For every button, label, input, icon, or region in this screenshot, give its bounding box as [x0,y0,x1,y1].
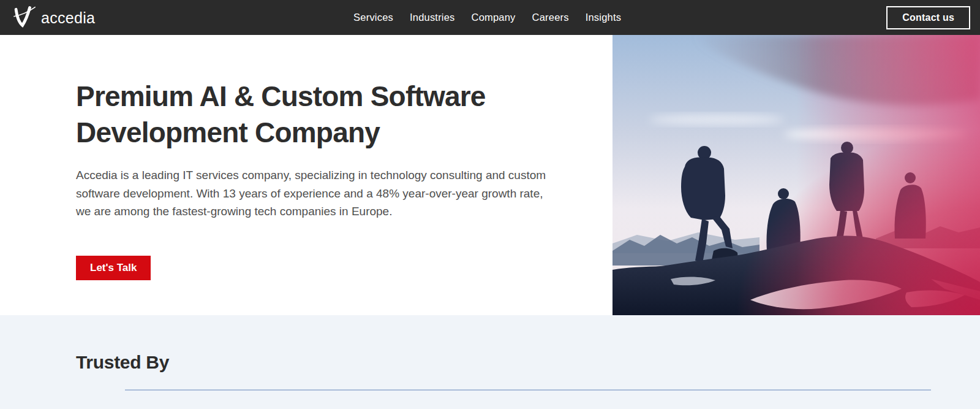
nav-item-industries[interactable]: Industries [410,12,455,23]
brand-logo[interactable]: accedia [10,4,95,31]
contact-us-button[interactable]: Contact us [886,6,970,29]
nav-item-company[interactable]: Company [472,12,516,23]
lets-talk-button[interactable]: Let's Talk [76,256,151,280]
mountain-hikers-illustration [612,35,980,315]
brand-name: accedia [41,9,95,27]
hero-image [612,35,980,315]
trusted-by-section: Trusted By [0,315,980,409]
top-navigation-bar: accedia Services Industries Company Care… [0,0,980,35]
hero-content: Premium AI & Custom Software Development… [76,78,566,280]
hero-title-line-1: Premium AI & Custom Software [76,78,566,115]
hero-description: Accedia is a leading IT services company… [76,166,552,221]
nav-item-careers[interactable]: Careers [532,12,569,23]
main-menu: Services Industries Company Careers Insi… [353,0,621,35]
trusted-by-title: Trusted By [76,315,980,373]
nav-item-insights[interactable]: Insights [586,12,621,23]
trusted-by-divider [125,389,931,391]
hero-section: Premium AI & Custom Software Development… [0,35,980,315]
accedia-checkmark-icon [10,4,37,31]
nav-item-services[interactable]: Services [353,12,393,23]
hero-title-line-2: Development Company [76,115,566,151]
hero-title: Premium AI & Custom Software Development… [76,78,566,151]
